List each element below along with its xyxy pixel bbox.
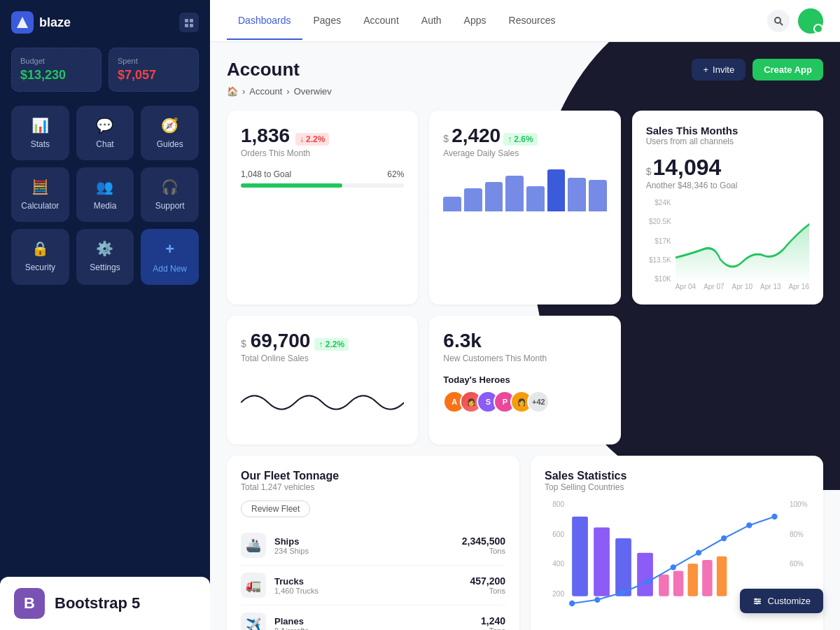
sidebar-item-settings[interactable]: ⚙️ Settings [76,229,134,285]
daily-sales-label: Average Daily Sales [443,148,606,158]
chat-icon: 💬 [96,117,113,134]
sidebar-item-label: Settings [90,262,120,272]
bar-chart [443,169,606,211]
svg-point-21 [696,550,701,556]
fleet-unit: Tons [462,547,505,555]
fleet-count: 234 Ships [274,547,309,555]
svg-rect-12 [673,571,683,596]
tab-apps[interactable]: Apps [453,2,498,40]
page-header: Account + Invite Create App [227,59,823,80]
orders-badge: ↓ 2.2% [295,133,329,146]
sales-stats-title: Sales Statistics [545,470,809,482]
svg-rect-1 [185,19,188,22]
logo-icon [11,11,34,34]
tab-dashboards[interactable]: Dashboards [227,2,302,40]
sales-month-card: Sales This Months Users from all channel… [632,111,823,304]
svg-rect-14 [702,560,712,596]
fleet-count: 8 Aircrafts [274,626,309,631]
sidebar-item-stats[interactable]: 📊 Stats [11,106,69,160]
empty-card [632,316,823,444]
svg-point-30 [755,602,757,604]
svg-point-29 [757,600,760,602]
add-icon: + [165,240,174,258]
svg-marker-0 [17,17,28,28]
bar [547,169,566,211]
budget-label: Budget [20,57,92,65]
online-sales-value: 69,700 [251,330,311,352]
main-content: Dashboards Pages Account Auth Apps Resou… [210,0,840,630]
svg-point-28 [755,598,757,600]
sidebar-item-support[interactable]: 🎧 Support [141,167,199,222]
invite-button[interactable]: + Invite [692,59,746,80]
topnav-items: Dashboards Pages Account Auth Apps Resou… [227,2,566,40]
tab-auth[interactable]: Auth [410,2,453,40]
chart-area [676,199,809,283]
bar [505,176,524,211]
online-sales-card: $ 69,700 ↑ 2.2% Total Online Sales [227,316,418,444]
sidebar-item-label: Chat [96,139,113,149]
fleet-value: 457,200 Tons [470,575,505,595]
ships-icon: 🚢 [241,533,266,558]
stats-row-1: 1,836 ↓ 2.2% Orders This Month 1,048 to … [227,111,823,304]
tab-pages[interactable]: Pages [302,2,353,40]
fleet-subtitle: Total 1,247 vehicles [241,482,505,492]
sidebar-item-chat[interactable]: 💬 Chat [76,106,134,160]
spent-label: Spent [118,57,190,65]
home-icon: 🏠 [227,86,238,97]
sidebar-item-label: Security [25,262,55,272]
search-button[interactable] [767,10,790,32]
dollar-prefix: $ [241,338,246,349]
topnav: Dashboards Pages Account Auth Apps Resou… [210,0,840,42]
sidebar-item-label: Stats [31,139,50,149]
menu-icon[interactable] [179,13,199,32]
fleet-count: 1,460 Trucks [274,587,318,595]
fleet-item: 🚢 Ships 234 Ships 2,345,500 Tons [241,526,505,566]
breadcrumb-separator: › [242,86,245,97]
trucks-icon: 🚛 [241,573,266,598]
daily-sales-badge: ↑ 2.6% [503,133,537,146]
user-avatar[interactable] [798,8,823,34]
fleet-val: 457,200 [470,575,505,587]
fleet-name: Planes [274,616,309,626]
fleet-value: 2,345,500 Tons [462,536,505,555]
svg-point-20 [671,564,676,570]
stats-icon: 📊 [31,117,49,134]
spent-value: $7,057 [118,68,190,83]
svg-rect-13 [688,564,698,596]
topnav-right [767,8,823,34]
sidebar-item-add-new[interactable]: + Add New [141,229,199,285]
progress-label: 1,048 to Goal [241,169,291,179]
x-axis: Apr 04 Apr 07 Apr 10 Apr 13 Apr 16 [646,283,809,290]
review-fleet-button[interactable]: Review Fleet [241,500,310,517]
svg-point-22 [721,536,727,541]
sales-stats-subtitle: Top Selling Countries [545,482,809,492]
logo-text: blaze [39,15,71,30]
y-axis-left: 800 600 400 200 [545,500,564,620]
breadcrumb-account[interactable]: Account [249,86,282,97]
sidebar-item-guides[interactable]: 🧭 Guides [141,106,199,160]
svg-rect-3 [185,24,188,27]
fleet-unit: Tons [470,587,505,595]
sidebar-item-calculator[interactable]: 🧮 Calculator [11,167,69,222]
customers-value: 6.3k [443,330,606,352]
tab-resources[interactable]: Resources [498,2,567,40]
customize-icon [752,596,762,606]
svg-point-24 [771,514,777,519]
fleet-title: Our Fleet Tonnage [241,470,505,482]
nav-grid: 📊 Stats 💬 Chat 🧭 Guides 🧮 Calculator 👥 M… [11,106,199,222]
create-app-button[interactable]: Create App [752,59,823,80]
budget-card: Budget $13,230 [11,48,102,92]
svg-point-19 [645,579,651,584]
sidebar-item-media[interactable]: 👥 Media [76,167,134,222]
tab-account[interactable]: Account [352,2,410,40]
svg-rect-4 [190,24,193,27]
fleet-info: Ships 234 Ships [274,536,309,555]
svg-point-18 [620,589,625,595]
customize-button[interactable]: Customize [740,589,823,613]
bar [568,178,586,211]
dollar-prefix: $ [646,166,652,177]
sidebar-item-security[interactable]: 🔒 Security [11,229,69,285]
fleet-value: 1,240 Tons [481,615,505,630]
budget-row: Budget $13,230 Spent $7,057 [11,48,199,92]
sidebar-logo: blaze [11,11,71,34]
